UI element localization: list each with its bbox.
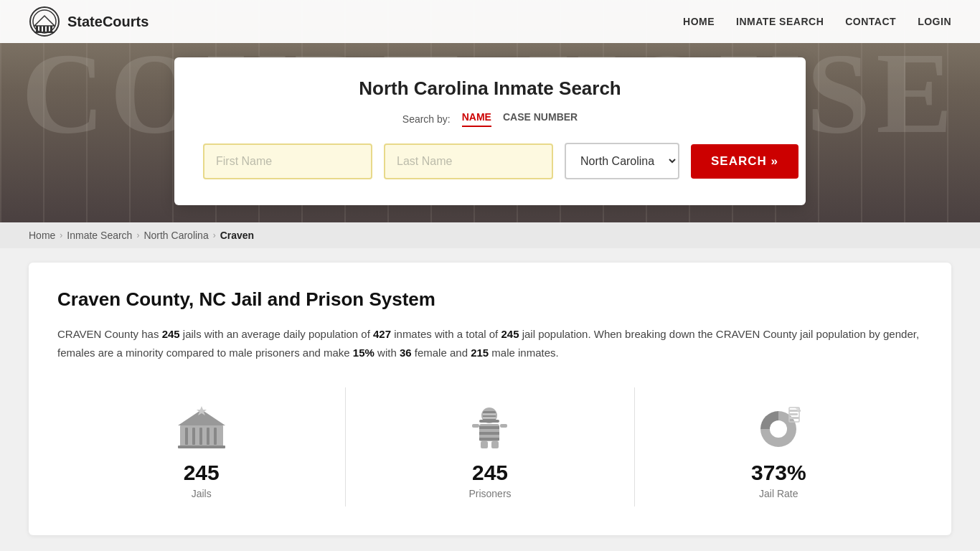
- desc-male-count: 215: [471, 347, 489, 359]
- desc-female-pct: 15%: [353, 347, 374, 359]
- desc-total-pop: 245: [501, 328, 519, 340]
- svg-rect-8: [34, 32, 55, 33]
- breadcrumb: Home › Inmate Search › North Carolina › …: [0, 222, 980, 248]
- prisoner-icon: [461, 402, 519, 452]
- svg-marker-7: [34, 16, 55, 26]
- svg-rect-10: [185, 428, 188, 445]
- stat-rate-number: 373%: [751, 461, 806, 485]
- search-button[interactable]: SEARCH »: [691, 144, 798, 179]
- navbar: StateCourts HOME INMATE SEARCH CONTACT L…: [0, 0, 980, 43]
- county-title: Craven County, NC Jail and Prison System: [57, 288, 923, 311]
- nav-home[interactable]: HOME: [683, 16, 715, 27]
- desc-avg-pop: 427: [373, 328, 391, 340]
- svg-rect-24: [479, 426, 499, 429]
- desc-1: CRAVEN County has: [57, 328, 162, 340]
- breadcrumb-sep-3: ›: [213, 230, 216, 240]
- svg-rect-29: [481, 441, 488, 448]
- search-inputs: North Carolina Alabama Alaska Arizona Ca…: [203, 143, 777, 179]
- svg-rect-3: [39, 26, 42, 32]
- search-card: North Carolina Inmate Search Search by: …: [174, 57, 806, 205]
- stat-card-jail-rate: 373% Jail Rate: [635, 387, 923, 507]
- county-description: CRAVEN County has 245 jails with an aver…: [57, 325, 923, 362]
- desc-3: inmates with a total of: [394, 328, 501, 340]
- svg-rect-26: [479, 438, 499, 441]
- stat-jails-number: 245: [184, 461, 220, 485]
- stat-prisoners-label: Prisoners: [468, 488, 511, 499]
- svg-rect-34: [789, 417, 799, 419]
- last-name-input[interactable]: [384, 143, 553, 179]
- first-name-input[interactable]: [203, 143, 372, 179]
- main-content: Craven County, NC Jail and Prison System…: [29, 263, 951, 535]
- hero-section: C O U R T · H O U S E: [0, 0, 980, 222]
- stat-card-prisoners: 245 Prisoners: [346, 387, 634, 507]
- tab-case-number[interactable]: CASE NUMBER: [503, 111, 578, 127]
- svg-rect-25: [479, 432, 499, 435]
- logo-area[interactable]: StateCourts: [29, 6, 149, 37]
- search-by-row: Search by: NAME CASE NUMBER: [203, 111, 777, 127]
- logo-text: StateCourts: [67, 14, 149, 30]
- desc-2: jails with an average daily population o…: [183, 328, 373, 340]
- desc-jails-count: 245: [162, 328, 180, 340]
- state-select[interactable]: North Carolina Alabama Alaska Arizona Ca…: [565, 143, 679, 179]
- desc-6: female and: [415, 347, 471, 359]
- svg-point-31: [770, 420, 787, 438]
- stats-row: 245 Jails: [57, 387, 923, 507]
- tab-name[interactable]: NAME: [462, 111, 491, 127]
- svg-rect-28: [500, 424, 507, 428]
- jail-icon: [173, 402, 230, 452]
- breadcrumb-county: Craven: [220, 230, 254, 241]
- nav-login[interactable]: LOGIN: [918, 16, 951, 27]
- desc-5: with: [377, 347, 400, 359]
- desc-7: male inmates.: [491, 347, 558, 359]
- logo-icon: [29, 6, 60, 37]
- search-card-wrapper: North Carolina Inmate Search Search by: …: [0, 57, 980, 205]
- breadcrumb-sep-1: ›: [60, 230, 62, 240]
- svg-rect-4: [43, 26, 45, 32]
- svg-rect-5: [47, 26, 49, 32]
- svg-rect-12: [199, 428, 202, 445]
- svg-rect-11: [192, 428, 195, 445]
- search-by-label: Search by:: [402, 113, 451, 125]
- breadcrumb-home[interactable]: Home: [29, 230, 55, 241]
- stat-jails-label: Jails: [192, 488, 212, 499]
- svg-rect-17: [178, 446, 225, 448]
- nav-inmate-search[interactable]: INMATE SEARCH: [736, 16, 824, 27]
- svg-rect-27: [472, 424, 479, 428]
- stat-card-jails: 245 Jails: [57, 387, 346, 507]
- svg-rect-14: [214, 428, 217, 445]
- chart-icon: [750, 402, 807, 452]
- stat-rate-label: Jail Rate: [759, 488, 798, 499]
- svg-rect-33: [789, 413, 798, 415]
- svg-rect-2: [36, 26, 38, 32]
- breadcrumb-sep-2: ›: [136, 230, 139, 240]
- svg-rect-30: [491, 441, 499, 448]
- search-card-title: North Carolina Inmate Search: [203, 77, 777, 100]
- nav-contact[interactable]: CONTACT: [845, 16, 896, 27]
- breadcrumb-state[interactable]: North Carolina: [143, 230, 208, 241]
- stat-prisoners-number: 245: [472, 461, 508, 485]
- desc-female-count: 36: [400, 347, 412, 359]
- svg-rect-6: [50, 26, 52, 32]
- breadcrumb-inmate-search[interactable]: Inmate Search: [67, 230, 132, 241]
- svg-rect-21: [483, 413, 496, 415]
- svg-rect-20: [483, 411, 496, 421]
- nav-links: HOME INMATE SEARCH CONTACT LOGIN: [683, 16, 951, 27]
- svg-rect-22: [483, 417, 496, 419]
- svg-rect-13: [207, 428, 209, 445]
